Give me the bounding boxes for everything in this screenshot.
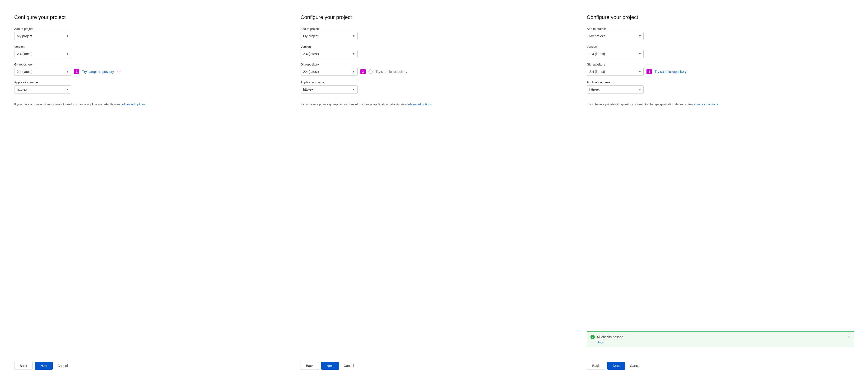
git-repo-row-2: 2.4 (latest) ▼ 2 Try sample repository <box>301 68 568 76</box>
version-group-3: Version 2.4 (latest) ▼ <box>587 45 854 58</box>
app-name-group-3: Application name http-ex ▼ <box>587 81 854 94</box>
undo-link[interactable]: Undo <box>597 341 624 344</box>
app-name-select-2[interactable]: http-ex <box>301 86 358 94</box>
version-select-2[interactable]: 2.4 (latest) <box>301 50 358 58</box>
advanced-options-link-1[interactable]: advanced options. <box>121 102 147 106</box>
close-banner-button[interactable]: × <box>848 335 850 339</box>
next-button-1[interactable]: Next <box>35 362 53 370</box>
try-sample-link-1[interactable]: Try sample repository <box>82 70 114 73</box>
try-sample-text-2: Try sample repository <box>376 70 407 73</box>
try-sample-link-3[interactable]: Try sample repository <box>655 70 686 73</box>
git-repo-select-wrapper-3: 2.4 (latest) ▼ <box>587 68 644 76</box>
panel-1-title: Configure your project <box>14 14 281 21</box>
app-name-select-1[interactable]: http-ex <box>14 86 71 94</box>
add-to-project-group-3: Add to project My project ▼ <box>587 27 854 40</box>
app-name-select-3[interactable]: http-ex <box>587 86 644 94</box>
button-row-1: Back Next Cancel <box>14 352 281 370</box>
git-repo-group-1: Git repository 2.4 (latest) ▼ 1 Try samp… <box>14 63 281 76</box>
info-text-1: If you have a private git repository of … <box>14 102 281 107</box>
version-select-wrapper-1: 2.4 (latest) ▼ <box>14 50 71 58</box>
git-repo-row-1: 2.4 (latest) ▼ 1 Try sample repository ☞ <box>14 68 281 76</box>
git-repo-group-2: Git repository 2.4 (latest) ▼ 2 Try samp… <box>301 63 568 76</box>
step-badge-2: 2 <box>361 69 366 74</box>
git-repo-group-3: Git repository 2.4 (latest) ▼ 3 Try samp… <box>587 63 854 76</box>
panel-2-title: Configure your project <box>301 14 568 21</box>
check-circle-icon: ✓ <box>590 335 595 339</box>
try-sample-text-1: Try sample repository <box>82 70 114 73</box>
cursor-icon-1: ☞ <box>117 68 122 75</box>
git-repo-label-3: Git repository <box>587 63 854 66</box>
step-badge-1: 1 <box>74 69 79 74</box>
version-group-1: Version 2.4 (latest) ▼ <box>14 45 281 58</box>
git-repo-label-2: Git repository <box>301 63 568 66</box>
add-to-project-select-wrapper-1: My project ▼ <box>14 32 71 40</box>
button-row-2: Back Next Cancel <box>301 352 568 370</box>
app-name-group-1: Application name http-ex ▼ <box>14 81 281 94</box>
page-container: Configure your project Add to project My… <box>0 0 868 384</box>
back-button-1[interactable]: Back <box>14 362 33 370</box>
checks-passed-banner: ✓ All checks passed! Undo × <box>587 331 854 347</box>
panel-2: Configure your project Add to project My… <box>291 7 578 377</box>
add-to-project-label-3: Add to project <box>587 27 854 31</box>
panel-1: Configure your project Add to project My… <box>5 7 291 377</box>
app-name-label-3: Application name <box>587 81 854 84</box>
next-button-2[interactable]: Next <box>321 362 339 370</box>
add-to-project-select-wrapper-2: My project ▼ <box>301 32 358 40</box>
git-repo-select-3[interactable]: 2.4 (latest) <box>587 68 644 76</box>
cancel-button-2[interactable]: Cancel <box>341 362 356 370</box>
version-select-wrapper-3: 2.4 (latest) ▼ <box>587 50 644 58</box>
advanced-options-link-2[interactable]: advanced options. <box>408 102 433 106</box>
next-button-3[interactable]: Next <box>607 362 625 370</box>
info-text-3: If you have a private git repository of … <box>587 102 854 107</box>
version-label-3: Version <box>587 45 854 49</box>
add-to-project-label-1: Add to project <box>14 27 281 31</box>
git-repo-select-wrapper-2: 2.4 (latest) ▼ <box>301 68 358 76</box>
button-row-3: Back Next Cancel <box>587 352 854 370</box>
loading-spinner-2 <box>369 69 373 74</box>
advanced-options-link-3[interactable]: advanced options. <box>694 102 719 106</box>
version-select-wrapper-2: 2.4 (latest) ▼ <box>301 50 358 58</box>
try-sample-text-3: Try sample repository <box>655 70 686 73</box>
add-to-project-select-wrapper-3: My project ▼ <box>587 32 644 40</box>
add-to-project-group-1: Add to project My project ▼ <box>14 27 281 40</box>
version-label-1: Version <box>14 45 281 49</box>
version-group-2: Version 2.4 (latest) ▼ <box>301 45 568 58</box>
git-repo-select-wrapper-1: 2.4 (latest) ▼ <box>14 68 71 76</box>
app-name-label-1: Application name <box>14 81 281 84</box>
git-repo-label-1: Git repository <box>14 63 281 66</box>
info-text-2: If you have a private git repository of … <box>301 102 568 107</box>
version-select-3[interactable]: 2.4 (latest) <box>587 50 644 58</box>
back-button-3[interactable]: Back <box>587 362 605 370</box>
version-select-1[interactable]: 2.4 (latest) <box>14 50 71 58</box>
cancel-button-1[interactable]: Cancel <box>55 362 70 370</box>
step-badge-3: 3 <box>647 69 652 74</box>
app-name-select-wrapper-3: http-ex ▼ <box>587 86 644 94</box>
add-to-project-select-2[interactable]: My project <box>301 32 358 40</box>
git-repo-select-2[interactable]: 2.4 (latest) <box>301 68 358 76</box>
app-name-select-wrapper-1: http-ex ▼ <box>14 86 71 94</box>
cancel-button-3[interactable]: Cancel <box>627 362 643 370</box>
panel-3-title: Configure your project <box>587 14 854 21</box>
add-to-project-label-2: Add to project <box>301 27 568 31</box>
panel-3: Configure your project Add to project My… <box>577 7 863 377</box>
checks-passed-text: All checks passed! <box>597 335 624 339</box>
app-name-label-2: Application name <box>301 81 568 84</box>
checks-passed-title: ✓ All checks passed! <box>590 335 624 339</box>
back-button-2[interactable]: Back <box>301 362 319 370</box>
app-name-group-2: Application name http-ex ▼ <box>301 81 568 94</box>
add-to-project-select-1[interactable]: My project <box>14 32 71 40</box>
version-label-2: Version <box>301 45 568 49</box>
add-to-project-select-3[interactable]: My project <box>587 32 644 40</box>
app-name-select-wrapper-2: http-ex ▼ <box>301 86 358 94</box>
checks-passed-content: ✓ All checks passed! Undo <box>590 335 624 344</box>
git-repo-row-3: 2.4 (latest) ▼ 3 Try sample repository <box>587 68 854 76</box>
git-repo-select-1[interactable]: 2.4 (latest) <box>14 68 71 76</box>
add-to-project-group-2: Add to project My project ▼ <box>301 27 568 40</box>
